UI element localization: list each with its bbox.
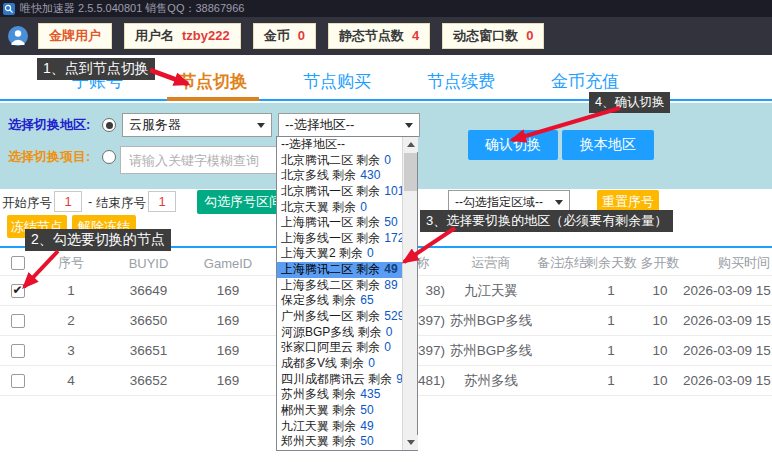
table-cell: 苏州BGP多线 [445, 312, 537, 330]
annotation-step1: 1、点到节点切换 [37, 58, 155, 80]
region-option[interactable]: 上海腾讯二区 剩余49 [277, 262, 402, 278]
table-cell: 2026-03-09 15: [683, 313, 772, 328]
region-option-remaining: 529 [384, 309, 402, 323]
user-badges: 金牌用户用户名tzby222金币0静态节点数4动态窗口数0 [38, 23, 544, 49]
badge-value: 4 [412, 28, 419, 43]
row-checkbox[interactable] [11, 284, 25, 298]
badge-label: 金牌用户 [49, 28, 101, 43]
region-option-label: 郑州天翼 剩余 [281, 434, 356, 448]
tab-node-switch[interactable]: 节点切换 [179, 70, 247, 93]
row-checkbox-cell [0, 344, 36, 358]
region-option[interactable]: 北京多线 剩余430 [277, 168, 402, 184]
table-cell: 九江天翼 [445, 282, 537, 300]
region-option-remaining: 49 [384, 262, 397, 276]
table-cell: 36650 [106, 313, 191, 328]
table-cell: 10 [637, 283, 683, 298]
project-radio[interactable] [102, 150, 116, 164]
region-option-label: 北京腾讯一区 剩余 [281, 184, 380, 198]
region-option[interactable]: --选择地区-- [277, 137, 402, 153]
confirm-switch-button[interactable]: 确认切换 [468, 130, 558, 160]
badge-value: 0 [526, 28, 533, 43]
table-cell: 1 [585, 283, 637, 298]
end-seq-input[interactable] [148, 191, 176, 212]
column-header: 序号 [36, 254, 106, 272]
column-header: 运营商 [445, 254, 537, 272]
seq-dash: - [88, 195, 92, 209]
badge-user-level: 金牌用户 [38, 23, 112, 49]
zone-filter-select-value: --勾选指定区域-- [455, 194, 543, 211]
chevron-down-icon [257, 123, 265, 128]
region-option-remaining: 50 [384, 215, 397, 229]
region-option[interactable]: 保定多线 剩余65 [277, 293, 402, 309]
row-checkbox[interactable] [11, 314, 25, 328]
region-option[interactable]: 成都多V线 剩余0 [277, 356, 402, 372]
region-option[interactable]: 张家口阿里云 剩余0 [277, 340, 402, 356]
scrollbar-thumb[interactable] [404, 153, 417, 191]
column-header: 备注 [537, 254, 561, 272]
table-cell: 36649 [106, 283, 191, 298]
region-option[interactable]: 北京腾讯一区 剩余101 [277, 184, 402, 200]
region-option-remaining: 172 [384, 231, 402, 245]
region-option-label: 上海多线一区 剩余 [281, 231, 380, 245]
region-option-label: 张家口阿里云 剩余 [281, 340, 380, 354]
region-option[interactable]: 上海天翼2 剩余0 [277, 246, 402, 262]
column-header: 多开数 [637, 254, 683, 272]
badge-label: 动态窗口数 [453, 28, 518, 43]
column-header: 剩余天数 [585, 254, 637, 272]
region-option[interactable]: 广州多线一区 剩余529 [277, 309, 402, 325]
region-option[interactable]: 九江天翼 剩余49 [277, 419, 402, 435]
region-option-remaining: 49 [360, 419, 373, 433]
region-option[interactable]: 北京腾讯二区 剩余0 [277, 153, 402, 169]
region-option[interactable]: 四川成都腾讯云 剩余99 [277, 372, 402, 388]
scroll-up-icon[interactable] [403, 137, 418, 152]
table-cell: 3 [36, 343, 106, 358]
region-option[interactable]: 苏州多线 剩余435 [277, 387, 402, 403]
region-option[interactable]: 上海腾讯一区 剩余50 [277, 215, 402, 231]
table-cell: 10 [637, 313, 683, 328]
region-option[interactable]: 北京天翼 剩余0 [277, 200, 402, 216]
column-header: BUYID [106, 256, 191, 271]
badge-label: 静态节点数 [339, 28, 404, 43]
region-radio[interactable] [102, 118, 116, 132]
select-all-checkbox[interactable] [11, 256, 25, 270]
region-option-label: 北京腾讯二区 剩余 [281, 153, 380, 167]
project-row: 选择切换项目: [8, 148, 120, 166]
tab-node-renew[interactable]: 节点续费 [427, 70, 495, 93]
region-option-remaining: 0 [360, 200, 367, 214]
annotation-step2: 2、勾选要切换的节点 [25, 229, 171, 251]
start-seq-input[interactable] [54, 191, 82, 212]
row-checkbox[interactable] [11, 374, 25, 388]
badge-dynamic-windows: 动态窗口数0 [442, 23, 544, 49]
table-cell: 36652 [106, 373, 191, 388]
user-info-bar: 金牌用户用户名tzby222金币0静态节点数4动态窗口数0 [0, 17, 772, 55]
scroll-down-icon[interactable] [403, 435, 418, 450]
region-option-remaining: 435 [360, 387, 380, 401]
table-cell: 1 [36, 283, 106, 298]
table-cell: 4 [36, 373, 106, 388]
tab-coin-recharge[interactable]: 金币充值 [551, 70, 619, 93]
region-option[interactable]: 上海多线二区 剩余89 [277, 278, 402, 294]
region-select[interactable]: --选择地区-- [278, 113, 420, 137]
region-option[interactable]: 郑州天翼 剩余50 [277, 434, 402, 450]
dropdown-scrollbar[interactable] [402, 137, 417, 450]
row-checkbox[interactable] [11, 344, 25, 358]
server-type-select-value: 云服务器 [129, 116, 181, 134]
server-type-select[interactable]: 云服务器 [122, 113, 272, 137]
row-checkbox-cell [0, 284, 36, 298]
region-option-label: 河源BGP多线 剩余 [281, 325, 382, 339]
table-cell: 169 [191, 373, 265, 388]
region-option-remaining: 50 [360, 403, 373, 417]
row-checkbox-cell [0, 314, 36, 328]
region-option[interactable]: 上海多线一区 剩余172 [277, 231, 402, 247]
region-option-label: 上海腾讯二区 剩余 [281, 262, 380, 276]
tab-node-buy[interactable]: 节点购买 [303, 70, 371, 93]
chevron-down-icon [555, 200, 563, 205]
region-option-label: 郴州天翼 剩余 [281, 403, 356, 417]
region-option[interactable]: 郴州天翼 剩余50 [277, 403, 402, 419]
region-option-label: --选择地区-- [281, 137, 345, 151]
region-option[interactable]: 河源BGP多线 剩余0 [277, 325, 402, 341]
change-local-region-button[interactable]: 换本地区 [562, 130, 654, 160]
region-option-label: 苏州多线 剩余 [281, 387, 356, 401]
region-option-remaining: 50 [360, 434, 373, 448]
region-option-label: 成都多V线 剩余 [281, 356, 364, 370]
